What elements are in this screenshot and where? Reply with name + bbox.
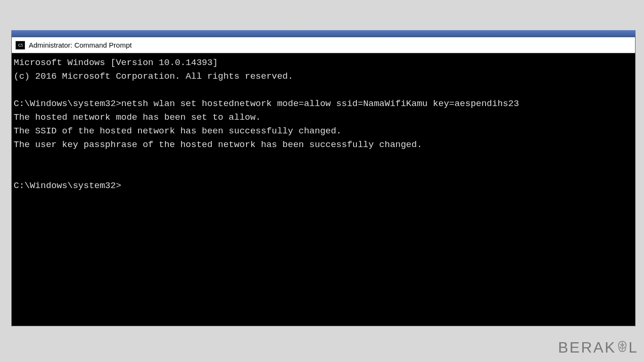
watermark-text-after: L bbox=[628, 339, 638, 356]
banner-line: (c) 2016 Microsoft Corporation. All righ… bbox=[14, 71, 293, 82]
output-line: The SSID of the hosted network has been … bbox=[14, 126, 342, 136]
command-prompt-window: C:\ Administrator: Command Prompt Micros… bbox=[11, 37, 636, 326]
watermark-text-before: BERAK bbox=[558, 339, 616, 356]
command-input: netsh wlan set hostednetwork mode=allow … bbox=[121, 99, 519, 109]
window-title: Administrator: Command Prompt bbox=[29, 41, 132, 49]
output-line: The user key passphrase of the hosted ne… bbox=[14, 140, 422, 150]
prompt: C:\Windows\system32> bbox=[14, 99, 121, 109]
window-chrome-strip bbox=[11, 30, 636, 37]
output-line: The hosted network mode has been set to … bbox=[14, 112, 261, 123]
watermark: BERAKL bbox=[558, 339, 638, 357]
banner-line: Microsoft Windows [Version 10.0.14393] bbox=[14, 58, 218, 68]
titlebar[interactable]: C:\ Administrator: Command Prompt bbox=[12, 37, 635, 53]
console-output[interactable]: Microsoft Windows [Version 10.0.14393] (… bbox=[12, 53, 635, 326]
prompt: C:\Windows\system32> bbox=[14, 181, 121, 191]
brain-icon bbox=[616, 340, 628, 357]
cmd-icon-label: C:\ bbox=[18, 43, 23, 48]
cmd-icon: C:\ bbox=[16, 41, 25, 49]
